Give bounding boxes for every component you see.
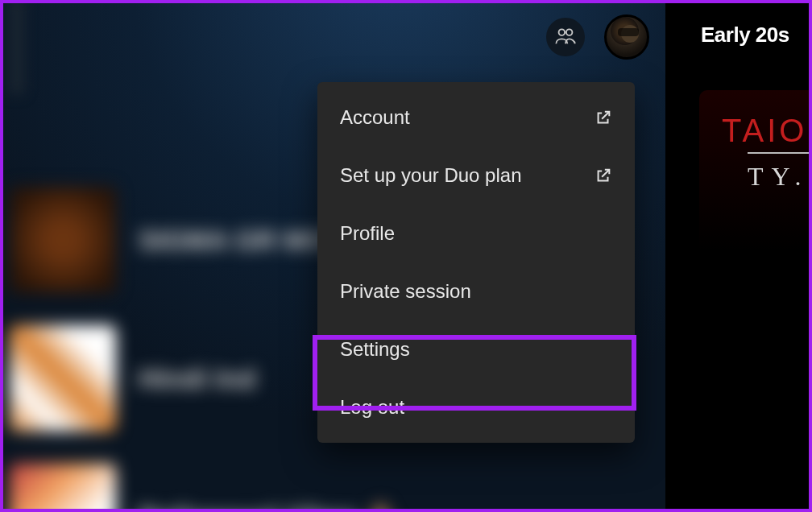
playlist-label: Bollywood Vibes ✋🏽 xyxy=(139,501,399,509)
external-link-icon xyxy=(594,167,612,184)
menu-item-log-out[interactable]: Log out xyxy=(317,378,635,436)
playlist-cover xyxy=(10,464,116,509)
user-avatar-button[interactable] xyxy=(604,14,649,60)
album-artist: TAIO CR xyxy=(699,90,812,149)
now-playing-album[interactable]: TAIO CR TY.O xyxy=(699,90,812,493)
menu-item-duo-plan[interactable]: Set up your Duo plan xyxy=(317,147,635,204)
playlist-cover xyxy=(10,187,116,293)
menu-item-private-session[interactable]: Private session xyxy=(317,262,635,320)
menu-item-account[interactable]: Account xyxy=(317,89,635,147)
menu-item-label: Settings xyxy=(340,338,410,361)
svg-point-1 xyxy=(566,29,572,35)
right-sidebar: Early 20s TAIO CR TY.O xyxy=(669,3,809,509)
external-link-icon xyxy=(594,109,612,126)
user-menu-dropdown: Account Set up your Duo plan Profile Pri… xyxy=(317,82,635,443)
menu-item-profile[interactable]: Profile xyxy=(317,204,635,262)
sidebar-title: Early 20s xyxy=(669,3,809,47)
svg-point-0 xyxy=(559,29,565,35)
menu-item-label: Account xyxy=(340,106,410,129)
menu-item-label: Profile xyxy=(340,222,395,245)
menu-item-label: Log out xyxy=(340,396,404,419)
top-right-controls xyxy=(546,14,649,60)
partial-card-left xyxy=(10,3,24,95)
album-subtitle: TY.O xyxy=(699,157,812,192)
menu-item-label: Private session xyxy=(340,280,471,303)
friend-activity-button[interactable] xyxy=(546,18,585,56)
menu-item-label: Set up your Duo plan xyxy=(340,164,521,187)
playlist-label: Hindi Ind xyxy=(139,363,255,394)
divider xyxy=(748,152,812,154)
menu-item-settings[interactable]: Settings xyxy=(317,320,635,378)
playlist-row: Bollywood Vibes ✋🏽 xyxy=(3,464,403,509)
main-content-area: SIGMA GR MOTIVAT Hindi Ind Bollywood Vib… xyxy=(3,3,665,509)
playlist-cover xyxy=(10,325,116,431)
friends-icon xyxy=(554,26,577,48)
